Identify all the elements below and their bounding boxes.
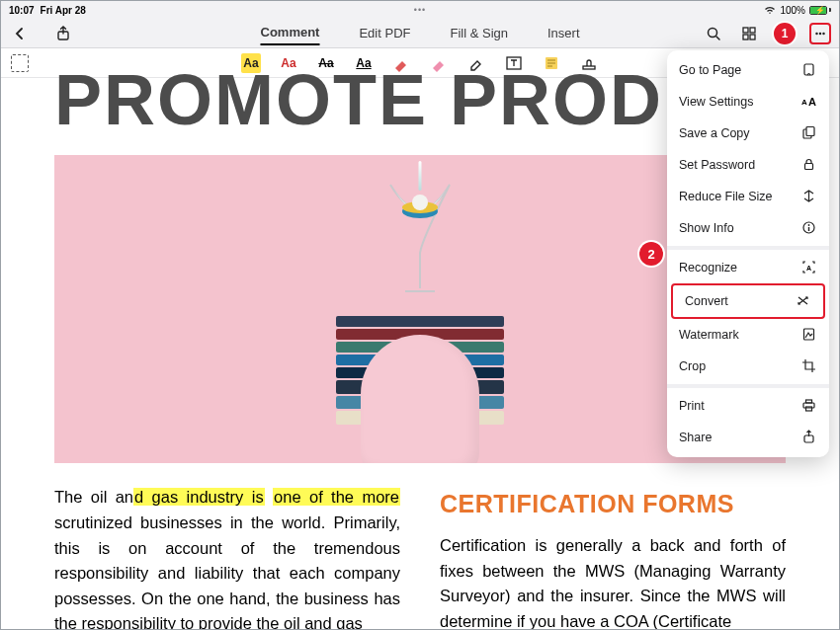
main-toolbar: Comment Edit PDF Fill & Sign Insert 1 bbox=[1, 19, 839, 48]
menu-share[interactable]: Share bbox=[667, 422, 829, 453]
save-copy-icon bbox=[801, 125, 817, 141]
menu-show-info[interactable]: Show Info bbox=[667, 212, 829, 244]
body-column-right: CERTIFICATION FORMS Certification is gen… bbox=[440, 485, 786, 630]
svg-text:A: A bbox=[801, 98, 807, 107]
menu-print[interactable]: Print bbox=[667, 390, 829, 422]
crop-icon bbox=[801, 358, 817, 374]
more-menu: Go to Page View SettingsAA Save a Copy S… bbox=[667, 50, 829, 457]
status-time: 10:07 bbox=[9, 5, 35, 16]
menu-crop[interactable]: Crop bbox=[667, 351, 829, 382]
back-button[interactable] bbox=[9, 23, 31, 44]
step-badge-2: 2 bbox=[639, 242, 663, 266]
tab-insert[interactable]: Insert bbox=[547, 22, 580, 44]
thumbnails-icon[interactable] bbox=[738, 23, 760, 44]
svg-rect-20 bbox=[805, 164, 813, 170]
svg-rect-3 bbox=[750, 28, 755, 33]
svg-rect-19 bbox=[806, 127, 814, 136]
menu-save-copy[interactable]: Save a Copy bbox=[667, 118, 829, 149]
menu-goto-page[interactable]: Go to Page bbox=[667, 54, 829, 86]
info-icon bbox=[801, 220, 817, 236]
menu-reduce-size[interactable]: Reduce File Size bbox=[667, 181, 829, 212]
view-settings-icon: AA bbox=[801, 94, 817, 110]
more-menu-button[interactable] bbox=[809, 23, 831, 44]
print-icon bbox=[801, 398, 817, 414]
selection-tool-icon[interactable] bbox=[11, 54, 29, 72]
tab-edit-pdf[interactable]: Edit PDF bbox=[359, 22, 410, 44]
svg-point-7 bbox=[819, 32, 821, 34]
menu-recognize[interactable]: RecognizeA bbox=[667, 252, 829, 283]
lock-icon bbox=[801, 157, 817, 173]
svg-point-6 bbox=[815, 32, 817, 34]
svg-point-14 bbox=[412, 195, 428, 210]
highlight-span: d gas industry is bbox=[133, 488, 265, 506]
menu-convert[interactable]: Convert bbox=[671, 283, 825, 319]
status-bar: 10:07 Fri Apr 28 ••• 100% ⚡ bbox=[1, 1, 839, 19]
step-badge-1: 1 bbox=[774, 23, 796, 44]
tab-comment[interactable]: Comment bbox=[260, 21, 319, 45]
svg-rect-2 bbox=[743, 28, 748, 33]
watermark-icon bbox=[801, 327, 817, 343]
svg-rect-26 bbox=[806, 400, 812, 403]
body-column-left: The oil and gas industry is one of the m… bbox=[54, 485, 400, 630]
underline-span: oil and gas bbox=[284, 614, 363, 630]
reduce-size-icon bbox=[801, 189, 817, 204]
battery-icon: ⚡ bbox=[809, 6, 831, 15]
goto-icon bbox=[801, 62, 817, 78]
status-date: Fri Apr 28 bbox=[41, 5, 86, 16]
svg-point-8 bbox=[822, 32, 824, 34]
menu-view-settings[interactable]: View SettingsAA bbox=[667, 86, 829, 118]
tab-fill-sign[interactable]: Fill & Sign bbox=[450, 22, 508, 44]
share-action-icon[interactable] bbox=[52, 23, 74, 44]
svg-text:A: A bbox=[808, 96, 816, 108]
convert-icon bbox=[796, 293, 811, 309]
recognize-icon: A bbox=[801, 260, 817, 276]
share-icon bbox=[801, 430, 817, 445]
svg-rect-5 bbox=[750, 35, 755, 39]
search-icon[interactable] bbox=[703, 23, 724, 44]
svg-point-1 bbox=[709, 28, 717, 37]
highlight-span: one of the more bbox=[273, 488, 400, 506]
battery-percent: 100% bbox=[780, 5, 805, 16]
svg-rect-4 bbox=[743, 35, 748, 39]
notch-indicator: ••• bbox=[414, 5, 426, 15]
menu-set-password[interactable]: Set Password bbox=[667, 149, 829, 181]
svg-point-22 bbox=[808, 224, 810, 226]
menu-watermark[interactable]: Watermark bbox=[667, 319, 829, 351]
section-heading: CERTIFICATION FORMS bbox=[440, 485, 786, 523]
wifi-icon bbox=[764, 5, 776, 15]
svg-text:A: A bbox=[806, 265, 811, 272]
svg-rect-28 bbox=[804, 435, 813, 442]
